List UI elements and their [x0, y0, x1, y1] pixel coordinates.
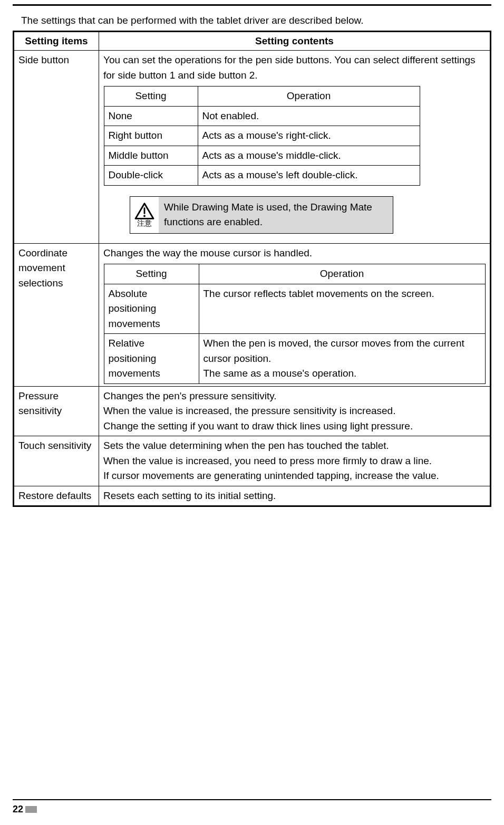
settings-table: Setting items Setting contents Side butt… — [13, 31, 491, 507]
table-row: Pressure sensitivity Changes the pen's p… — [14, 386, 491, 436]
item-coord: Coordinate movement selections — [14, 243, 99, 386]
header-items: Setting items — [14, 31, 99, 51]
coord-subtable: Setting Operation Absolute positioning m… — [104, 264, 486, 384]
sb-right-operation: Acts as a mouse's right-click. — [198, 126, 420, 146]
item-restore: Restore defaults — [14, 486, 99, 506]
footer: 22 — [13, 799, 491, 817]
subheader-operation: Operation — [199, 264, 485, 284]
page-number: 22 — [13, 802, 23, 817]
svg-point-1 — [143, 215, 146, 217]
notice-box: 注意 While Drawing Mate is used, the Drawi… — [130, 196, 393, 234]
caution-label: 注意 — [137, 219, 152, 227]
sb-double-setting: Double-click — [104, 166, 198, 186]
touch-desc: Sets the value determining when the pen … — [99, 436, 491, 486]
notice-text: While Drawing Mate is used, the Drawing … — [159, 197, 393, 233]
table-row: Touch sensitivity Sets the value determi… — [14, 436, 491, 486]
top-rule — [13, 4, 491, 6]
caution-icon: 注意 — [130, 197, 159, 233]
coord-abs-operation: The cursor reflects tablet movements on … — [199, 284, 485, 334]
intro-text: The settings that can be performed with … — [21, 13, 491, 28]
side-button-desc: You can set the operations for the pen s… — [103, 53, 486, 83]
sb-none-operation: Not enabled. — [198, 106, 420, 126]
pressure-desc: Changes the pen's pressure sensitivity.W… — [99, 386, 491, 436]
coord-rel-setting: Relative positioning movements — [104, 334, 199, 384]
page-number-bar — [25, 806, 37, 813]
subheader-setting: Setting — [104, 87, 198, 107]
header-contents: Setting contents — [99, 31, 491, 51]
sb-right-setting: Right button — [104, 126, 198, 146]
restore-desc: Resets each setting to its initial setti… — [99, 486, 491, 506]
item-touch: Touch sensitivity — [14, 436, 99, 486]
sb-middle-operation: Acts as a mouse's middle-click. — [198, 146, 420, 166]
coord-desc: Changes the way the mouse cursor is hand… — [103, 246, 486, 261]
sb-middle-setting: Middle button — [104, 146, 198, 166]
table-row: Restore defaults Resets each setting to … — [14, 486, 491, 506]
table-row: Coordinate movement selections Changes t… — [14, 243, 491, 386]
sb-none-setting: None — [104, 106, 198, 126]
table-row: Side button You can set the operations f… — [14, 51, 491, 244]
subheader-setting: Setting — [104, 264, 199, 284]
coord-rel-operation: When the pen is moved, the cursor moves … — [199, 334, 485, 384]
footer-rule — [13, 799, 491, 800]
item-pressure: Pressure sensitivity — [14, 386, 99, 436]
sb-double-operation: Acts as a mouse's left double-click. — [198, 166, 420, 186]
subheader-operation: Operation — [198, 87, 420, 107]
side-button-subtable: Setting Operation None Not enabled. Righ… — [104, 86, 420, 186]
coord-abs-setting: Absolute positioning movements — [104, 284, 199, 334]
item-side-button: Side button — [14, 51, 99, 244]
